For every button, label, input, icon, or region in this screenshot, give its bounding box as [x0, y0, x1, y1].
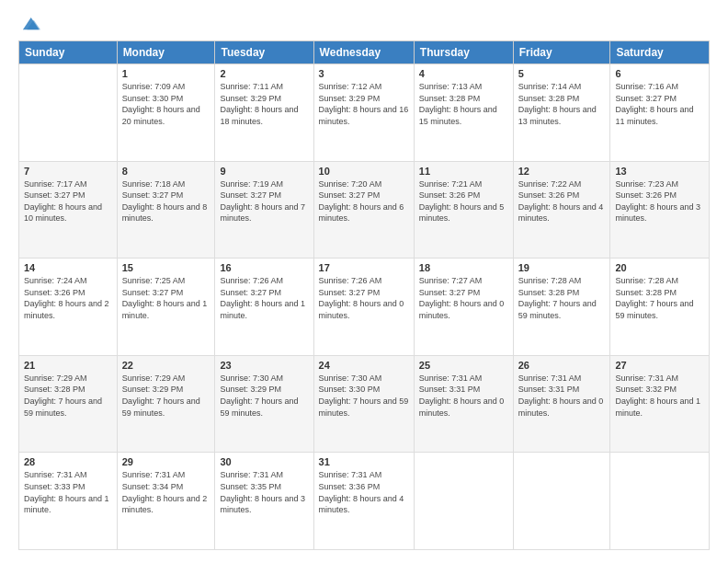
day-header-sunday: Sunday [19, 41, 118, 64]
calendar-week-1: 1 Sunrise: 7:09 AMSunset: 3:30 PMDayligh… [19, 64, 710, 162]
calendar-week-3: 14 Sunrise: 7:24 AMSunset: 3:26 PMDaylig… [19, 259, 710, 356]
day-info: Sunrise: 7:25 AMSunset: 3:27 PMDaylight:… [122, 276, 208, 320]
day-number: 18 [419, 262, 508, 273]
calendar-cell: 23 Sunrise: 7:30 AMSunset: 3:29 PMDaylig… [215, 355, 313, 453]
calendar-cell: 4 Sunrise: 7:13 AMSunset: 3:28 PMDayligh… [414, 64, 513, 162]
day-number: 25 [419, 360, 508, 371]
day-info: Sunrise: 7:26 AMSunset: 3:27 PMDaylight:… [319, 276, 404, 320]
calendar-cell: 8 Sunrise: 7:18 AMSunset: 3:27 PMDayligh… [117, 161, 215, 259]
calendar-cell [414, 453, 513, 550]
day-info: Sunrise: 7:30 AMSunset: 3:29 PMDaylight:… [220, 373, 298, 418]
day-header-saturday: Saturday [610, 41, 710, 64]
day-number: 2 [220, 68, 308, 79]
day-number: 16 [220, 262, 308, 273]
day-number: 15 [122, 262, 210, 273]
day-header-thursday: Thursday [414, 41, 513, 64]
calendar-cell [610, 453, 710, 550]
day-info: Sunrise: 7:23 AMSunset: 3:26 PMDaylight:… [615, 179, 700, 224]
calendar-cell: 11 Sunrise: 7:21 AMSunset: 3:26 PMDaylig… [414, 161, 513, 259]
day-number: 17 [319, 262, 409, 273]
day-info: Sunrise: 7:28 AMSunset: 3:28 PMDaylight:… [615, 276, 693, 320]
calendar-week-5: 28 Sunrise: 7:31 AMSunset: 3:33 PMDaylig… [19, 453, 710, 550]
day-info: Sunrise: 7:28 AMSunset: 3:28 PMDaylight:… [518, 276, 597, 320]
calendar-cell: 19 Sunrise: 7:28 AMSunset: 3:28 PMDaylig… [513, 259, 610, 356]
calendar-week-2: 7 Sunrise: 7:17 AMSunset: 3:27 PMDayligh… [19, 161, 710, 259]
calendar-cell: 20 Sunrise: 7:28 AMSunset: 3:28 PMDaylig… [610, 259, 710, 356]
day-number: 13 [615, 166, 704, 177]
day-number: 22 [122, 360, 210, 371]
day-info: Sunrise: 7:18 AMSunset: 3:27 PMDaylight:… [122, 179, 208, 224]
day-info: Sunrise: 7:14 AMSunset: 3:28 PMDaylight:… [518, 82, 597, 126]
calendar-cell: 21 Sunrise: 7:29 AMSunset: 3:28 PMDaylig… [19, 355, 118, 453]
calendar-cell: 30 Sunrise: 7:31 AMSunset: 3:35 PMDaylig… [215, 453, 313, 550]
day-number: 5 [518, 68, 606, 79]
day-info: Sunrise: 7:30 AMSunset: 3:30 PMDaylight:… [319, 373, 409, 418]
logo [18, 17, 40, 35]
day-number: 11 [419, 166, 508, 177]
day-info: Sunrise: 7:31 AMSunset: 3:31 PMDaylight:… [518, 373, 604, 418]
day-info: Sunrise: 7:29 AMSunset: 3:29 PMDaylight:… [122, 373, 200, 418]
calendar-cell: 24 Sunrise: 7:30 AMSunset: 3:30 PMDaylig… [313, 355, 414, 453]
calendar-cell: 31 Sunrise: 7:31 AMSunset: 3:36 PMDaylig… [313, 453, 414, 550]
day-header-wednesday: Wednesday [313, 41, 414, 64]
calendar-cell [19, 64, 118, 162]
day-info: Sunrise: 7:13 AMSunset: 3:28 PMDaylight:… [419, 82, 497, 126]
day-info: Sunrise: 7:27 AMSunset: 3:27 PMDaylight:… [419, 276, 505, 320]
calendar-table: SundayMondayTuesdayWednesdayThursdayFrid… [18, 40, 710, 550]
day-info: Sunrise: 7:21 AMSunset: 3:26 PMDaylight:… [419, 179, 505, 224]
day-info: Sunrise: 7:29 AMSunset: 3:28 PMDaylight:… [24, 373, 102, 418]
calendar-week-4: 21 Sunrise: 7:29 AMSunset: 3:28 PMDaylig… [19, 355, 710, 453]
day-info: Sunrise: 7:31 AMSunset: 3:32 PMDaylight:… [615, 373, 700, 418]
calendar-cell: 16 Sunrise: 7:26 AMSunset: 3:27 PMDaylig… [215, 259, 313, 356]
day-number: 24 [319, 360, 409, 371]
calendar-cell: 28 Sunrise: 7:31 AMSunset: 3:33 PMDaylig… [19, 453, 118, 550]
day-info: Sunrise: 7:20 AMSunset: 3:27 PMDaylight:… [319, 179, 404, 224]
calendar-cell: 3 Sunrise: 7:12 AMSunset: 3:29 PMDayligh… [313, 64, 414, 162]
calendar-cell: 15 Sunrise: 7:25 AMSunset: 3:27 PMDaylig… [117, 259, 215, 356]
day-header-monday: Monday [117, 41, 215, 64]
day-number: 20 [615, 262, 704, 273]
calendar-cell: 5 Sunrise: 7:14 AMSunset: 3:28 PMDayligh… [513, 64, 610, 162]
day-info: Sunrise: 7:16 AMSunset: 3:27 PMDaylight:… [615, 82, 693, 126]
day-info: Sunrise: 7:19 AMSunset: 3:27 PMDaylight:… [220, 179, 305, 224]
calendar-cell: 26 Sunrise: 7:31 AMSunset: 3:31 PMDaylig… [513, 355, 610, 453]
day-info: Sunrise: 7:24 AMSunset: 3:26 PMDaylight:… [24, 276, 109, 320]
day-number: 8 [122, 166, 210, 177]
day-number: 23 [220, 360, 308, 371]
day-info: Sunrise: 7:31 AMSunset: 3:34 PMDaylight:… [122, 470, 208, 514]
day-header-friday: Friday [513, 41, 610, 64]
day-header-tuesday: Tuesday [215, 41, 313, 64]
calendar-cell: 17 Sunrise: 7:26 AMSunset: 3:27 PMDaylig… [313, 259, 414, 356]
day-number: 14 [24, 262, 112, 273]
day-info: Sunrise: 7:12 AMSunset: 3:29 PMDaylight:… [319, 82, 409, 126]
day-number: 29 [122, 456, 210, 467]
day-number: 28 [24, 456, 112, 467]
day-number: 27 [615, 360, 704, 371]
day-number: 19 [518, 262, 606, 273]
day-info: Sunrise: 7:22 AMSunset: 3:26 PMDaylight:… [518, 179, 604, 224]
calendar-cell: 29 Sunrise: 7:31 AMSunset: 3:34 PMDaylig… [117, 453, 215, 550]
day-info: Sunrise: 7:31 AMSunset: 3:35 PMDaylight:… [220, 470, 305, 514]
day-info: Sunrise: 7:31 AMSunset: 3:33 PMDaylight:… [24, 470, 109, 514]
calendar-cell: 27 Sunrise: 7:31 AMSunset: 3:32 PMDaylig… [610, 355, 710, 453]
day-info: Sunrise: 7:17 AMSunset: 3:27 PMDaylight:… [24, 179, 102, 224]
day-number: 21 [24, 360, 112, 371]
calendar-cell: 18 Sunrise: 7:27 AMSunset: 3:27 PMDaylig… [414, 259, 513, 356]
day-number: 3 [319, 68, 409, 79]
calendar-cell: 22 Sunrise: 7:29 AMSunset: 3:29 PMDaylig… [117, 355, 215, 453]
calendar-header-row: SundayMondayTuesdayWednesdayThursdayFrid… [19, 41, 710, 64]
calendar-cell: 12 Sunrise: 7:22 AMSunset: 3:26 PMDaylig… [513, 161, 610, 259]
calendar-cell: 14 Sunrise: 7:24 AMSunset: 3:26 PMDaylig… [19, 259, 118, 356]
day-number: 4 [419, 68, 508, 79]
calendar-cell: 1 Sunrise: 7:09 AMSunset: 3:30 PMDayligh… [117, 64, 215, 162]
calendar-cell: 2 Sunrise: 7:11 AMSunset: 3:29 PMDayligh… [215, 64, 313, 162]
day-number: 26 [518, 360, 606, 371]
day-info: Sunrise: 7:09 AMSunset: 3:30 PMDaylight:… [122, 82, 200, 126]
calendar-cell: 10 Sunrise: 7:20 AMSunset: 3:27 PMDaylig… [313, 161, 414, 259]
day-info: Sunrise: 7:31 AMSunset: 3:36 PMDaylight:… [319, 470, 404, 514]
calendar-cell: 7 Sunrise: 7:17 AMSunset: 3:27 PMDayligh… [19, 161, 118, 259]
day-info: Sunrise: 7:11 AMSunset: 3:29 PMDaylight:… [220, 82, 298, 126]
day-info: Sunrise: 7:26 AMSunset: 3:27 PMDaylight:… [220, 276, 305, 320]
day-number: 30 [220, 456, 308, 467]
calendar-cell: 6 Sunrise: 7:16 AMSunset: 3:27 PMDayligh… [610, 64, 710, 162]
